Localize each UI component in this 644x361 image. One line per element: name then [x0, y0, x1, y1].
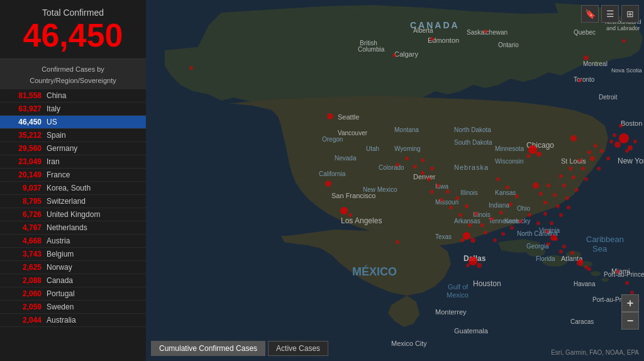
svg-point-77 — [628, 145, 633, 150]
list-view-button[interactable]: ☰ — [601, 5, 619, 23]
svg-text:Arkansas: Arkansas — [454, 218, 480, 225]
svg-point-113 — [600, 149, 604, 153]
svg-text:Havana: Havana — [574, 280, 596, 287]
svg-text:Indiana: Indiana — [489, 202, 509, 209]
list-item[interactable]: 3,743Belgium — [0, 248, 146, 261]
svg-point-96 — [584, 265, 588, 269]
svg-text:Miami: Miami — [611, 267, 630, 275]
cases-list[interactable]: 81,558China63,927Italy46,450US35,212Spai… — [0, 89, 146, 361]
list-item[interactable]: 23,049Iran — [0, 155, 146, 169]
case-number: 20,149 — [5, 170, 42, 179]
svg-text:Missouri: Missouri — [435, 199, 458, 206]
list-item[interactable]: 2,088Canada — [0, 274, 146, 287]
svg-point-116 — [578, 158, 582, 162]
svg-text:Caribbean: Caribbean — [586, 235, 624, 244]
list-item[interactable]: 29,560Germany — [0, 142, 146, 155]
list-item[interactable]: 63,927Italy — [0, 103, 146, 116]
svg-point-165 — [578, 79, 582, 82]
list-item[interactable]: 2,060Portugal — [0, 287, 146, 301]
svg-point-129 — [499, 211, 503, 214]
case-country-name: Sweden — [47, 303, 74, 311]
svg-point-76 — [614, 142, 621, 148]
svg-point-158 — [405, 157, 409, 160]
zoom-out-button[interactable]: − — [621, 312, 639, 330]
svg-text:Virginia: Virginia — [539, 227, 560, 234]
svg-point-171 — [616, 270, 619, 274]
case-country-name: Portugal — [47, 289, 75, 298]
case-number: 46,450 — [5, 118, 42, 126]
svg-text:Quebec: Quebec — [574, 29, 596, 36]
list-item[interactable]: 35,212Spain — [0, 129, 146, 142]
tab-active[interactable]: Active Cases — [268, 341, 328, 356]
svg-point-126 — [506, 186, 509, 189]
svg-point-84 — [536, 152, 541, 157]
case-number: 2,625 — [5, 263, 42, 272]
svg-point-107 — [556, 204, 560, 208]
svg-point-136 — [436, 184, 440, 187]
svg-point-152 — [554, 237, 558, 241]
list-item[interactable]: 2,059Sweden — [0, 301, 146, 314]
svg-point-89 — [470, 238, 475, 243]
svg-text:North Dakota: North Dakota — [454, 126, 491, 133]
svg-point-142 — [458, 213, 462, 217]
bookmark-button[interactable]: 🔖 — [581, 5, 599, 23]
case-number: 2,088 — [5, 276, 42, 285]
list-item[interactable]: 2,625Norway — [0, 261, 146, 274]
svg-text:Guatemala: Guatemala — [454, 327, 489, 335]
svg-text:Ontario: Ontario — [498, 42, 519, 48]
svg-point-5 — [591, 271, 601, 276]
list-item[interactable]: 9,037Korea, South — [0, 182, 146, 195]
svg-point-125 — [496, 177, 500, 181]
svg-point-172 — [625, 281, 629, 285]
case-country-name: Norway — [47, 263, 72, 272]
svg-point-166 — [484, 30, 487, 33]
grid-view-button[interactable]: ⊞ — [621, 5, 639, 23]
list-item[interactable]: 2,044Australia — [0, 314, 146, 327]
svg-point-98 — [325, 181, 331, 187]
svg-point-81 — [609, 140, 613, 143]
list-item[interactable]: 4,767Netherlands — [0, 221, 146, 235]
list-item[interactable]: 8,795Switzerland — [0, 195, 146, 208]
svg-point-123 — [559, 213, 563, 217]
case-number: 3,743 — [5, 250, 42, 258]
svg-point-160 — [421, 158, 425, 162]
svg-text:Toronto: Toronto — [574, 76, 595, 83]
svg-point-130 — [490, 217, 494, 221]
list-item[interactable]: 81,558China — [0, 89, 146, 103]
svg-point-110 — [584, 177, 588, 181]
case-country-name: China — [47, 91, 66, 100]
list-item[interactable]: 4,668Austria — [0, 235, 146, 248]
svg-text:Illinois: Illinois — [460, 189, 478, 196]
svg-text:Minnesota: Minnesota — [495, 145, 525, 152]
svg-point-169 — [547, 242, 550, 246]
svg-point-153 — [562, 245, 566, 248]
svg-text:Florida: Florida — [536, 255, 555, 262]
svg-point-75 — [619, 133, 629, 143]
svg-text:Vancouver: Vancouver — [338, 130, 368, 136]
svg-point-87 — [533, 182, 539, 189]
list-item[interactable]: 46,450US — [0, 116, 146, 129]
svg-point-105 — [553, 193, 557, 197]
total-confirmed-number: 46,450 — [10, 18, 136, 53]
svg-point-106 — [543, 201, 547, 204]
zoom-in-button[interactable]: + — [621, 294, 639, 312]
svg-point-159 — [413, 165, 417, 169]
svg-text:Alberta: Alberta — [413, 27, 433, 34]
svg-point-118 — [559, 174, 563, 178]
svg-point-115 — [587, 150, 591, 154]
svg-point-112 — [606, 157, 610, 160]
case-number: 4,767 — [5, 223, 42, 232]
cases-table-header: Confirmed Cases byCountry/Region/Soverei… — [0, 59, 146, 89]
svg-point-121 — [543, 212, 547, 216]
case-country-name: Spain — [47, 131, 66, 140]
list-item[interactable]: 6,726United Kingdom — [0, 208, 146, 221]
case-country-name: Germany — [47, 144, 77, 153]
svg-point-80 — [625, 149, 629, 153]
svg-text:and Labrador: and Labrador — [606, 25, 640, 31]
svg-point-138 — [421, 171, 425, 175]
list-item[interactable]: 20,149France — [0, 169, 146, 182]
svg-text:Mexico City: Mexico City — [391, 340, 427, 347]
map-svg: CANADA Nebraska Kansas South Dakota Nort… — [146, 0, 644, 361]
tab-cumulative[interactable]: Cumulative Confirmed Cases — [151, 341, 265, 356]
map-area[interactable]: CANADA Nebraska Kansas South Dakota Nort… — [146, 0, 644, 361]
